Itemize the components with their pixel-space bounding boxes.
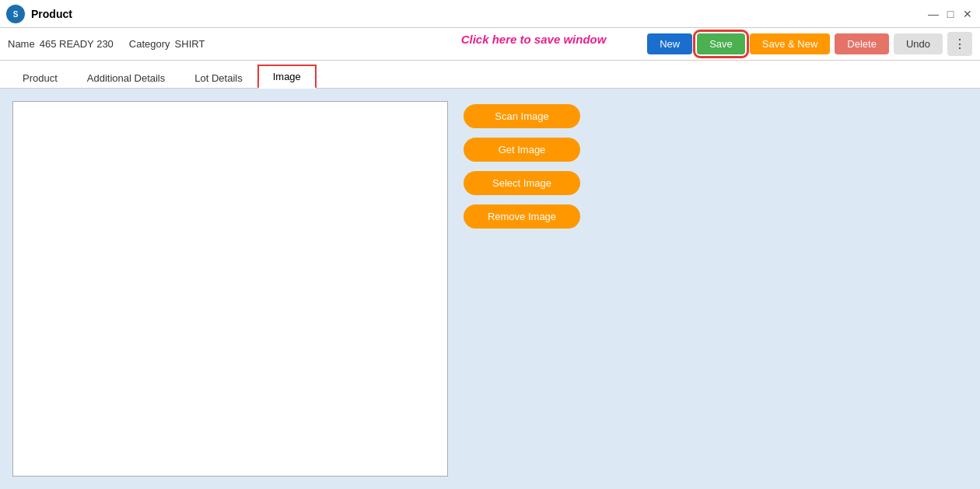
window-controls: — □ ✕: [927, 8, 974, 20]
name-label: Name: [8, 38, 35, 50]
title-bar-left: S Product: [6, 5, 72, 23]
image-buttons: Scan Image Get Image Select Image Remove…: [464, 101, 580, 477]
select-image-button[interactable]: Select Image: [464, 171, 580, 195]
tab-additional-details[interactable]: Additional Details: [72, 67, 180, 89]
tab-product[interactable]: Product: [8, 67, 72, 89]
scan-image-button[interactable]: Scan Image: [464, 104, 580, 128]
close-button[interactable]: ✕: [961, 8, 974, 20]
tab-lot-details[interactable]: Lot Details: [180, 67, 257, 89]
delete-button[interactable]: Delete: [835, 33, 889, 54]
name-value: 465 READY 230: [40, 38, 114, 50]
content-area: Scan Image Get Image Select Image Remove…: [0, 89, 980, 489]
tab-image[interactable]: Image: [257, 65, 317, 89]
minimize-button[interactable]: —: [927, 8, 940, 20]
category-field: Category SHIRT: [129, 38, 205, 50]
save-button[interactable]: Save: [697, 33, 745, 54]
undo-button[interactable]: Undo: [894, 33, 943, 54]
tabs-bar: Product Additional Details Lot Details I…: [0, 61, 980, 89]
name-field: Name 465 READY 230: [8, 38, 114, 50]
title-bar: S Product — □ ✕: [0, 0, 980, 28]
svg-text:S: S: [13, 10, 19, 19]
app-icon: S: [6, 5, 25, 23]
toolbar: New Save Save & New Delete Undo ⋮: [647, 32, 972, 56]
image-panel: [12, 101, 448, 477]
get-image-button[interactable]: Get Image: [464, 138, 580, 162]
category-value: SHIRT: [175, 38, 205, 50]
save-tooltip: Click here to save window: [461, 33, 607, 46]
remove-image-button[interactable]: Remove Image: [464, 204, 580, 229]
window-title: Product: [31, 8, 72, 20]
header-bar: Name 465 READY 230 Category SHIRT Click …: [0, 28, 980, 61]
save-new-button[interactable]: Save & New: [750, 33, 831, 54]
category-label: Category: [129, 38, 170, 50]
new-button[interactable]: New: [647, 33, 692, 54]
more-button[interactable]: ⋮: [947, 32, 972, 56]
maximize-button[interactable]: □: [944, 8, 957, 20]
